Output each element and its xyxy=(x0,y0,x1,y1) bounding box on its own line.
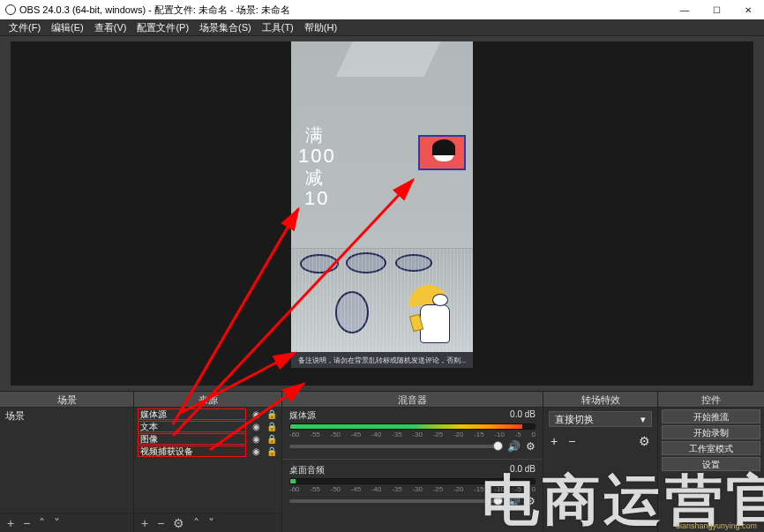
menu-help[interactable]: 帮助(H) xyxy=(301,21,341,34)
preview-canvas[interactable]: 满 100 减 10 xyxy=(11,41,753,386)
scenes-panel: 场景 场景 + − ˄ ˅ xyxy=(0,392,134,532)
source-label: 媒体源 xyxy=(138,408,246,420)
studio-mode-button[interactable]: 工作室模式 xyxy=(662,441,760,455)
transition-select[interactable]: 直接切换 ▾ xyxy=(549,411,652,427)
menubar: 文件(F) 编辑(E) 查看(V) 配置文件(P) 场景集合(S) 工具(T) … xyxy=(0,19,764,35)
preview-workspace: 满 100 减 10 xyxy=(0,35,764,391)
transition-selected: 直接切换 xyxy=(555,413,594,426)
image-source-overlay xyxy=(418,135,466,170)
scene-remove-button[interactable]: − xyxy=(23,516,30,530)
audio-meter xyxy=(289,423,536,430)
mixer-ticks: -60-55-50-45-40-35-30-25-20-15-10-50 xyxy=(289,431,536,438)
scene-down-button[interactable]: ˅ xyxy=(54,516,60,530)
sources-header: 来源 xyxy=(134,392,281,408)
text-source-overlay: 满 100 减 10 xyxy=(298,124,336,209)
gear-icon[interactable]: ⚙ xyxy=(526,440,536,453)
source-add-button[interactable]: + xyxy=(141,516,148,530)
source-label: 文本 xyxy=(138,421,246,432)
maximize-button[interactable]: ☐ xyxy=(700,0,732,19)
source-settings-button[interactable]: ⚙ xyxy=(173,516,184,530)
mixer-item-media: 媒体源 0.0 dB -60-55-50-45-40-35-30-25-20-1… xyxy=(282,408,543,456)
source-remove-button[interactable]: − xyxy=(157,516,164,530)
volume-slider[interactable] xyxy=(289,499,502,503)
preview-content: 满 100 减 10 xyxy=(291,41,473,368)
source-up-button[interactable]: ˄ xyxy=(193,516,199,530)
mixer-source-name: 媒体源 xyxy=(289,409,316,422)
app-icon xyxy=(5,4,16,15)
menu-scenes[interactable]: 场景集合(S) xyxy=(196,21,255,34)
speaker-icon[interactable]: 🔊 xyxy=(507,440,521,453)
source-row-media[interactable]: 媒体源 ◉ 🔒 xyxy=(134,408,281,420)
scene-item[interactable]: 场景 xyxy=(0,408,133,424)
transition-add-button[interactable]: + xyxy=(551,434,558,448)
lock-toggle-icon[interactable]: 🔒 xyxy=(266,409,278,419)
chevron-down-icon: ▾ xyxy=(640,414,646,425)
minimize-button[interactable]: — xyxy=(669,0,700,19)
media-source-overlay xyxy=(291,248,473,352)
transition-remove-button[interactable]: − xyxy=(568,434,575,448)
watermark-url: dianshangyunying.com xyxy=(676,521,757,530)
menu-tools[interactable]: 工具(T) xyxy=(258,21,297,34)
start-recording-button[interactable]: 开始录制 xyxy=(662,425,760,439)
source-down-button[interactable]: ˅ xyxy=(208,516,214,530)
menu-profile[interactable]: 配置文件(P) xyxy=(133,21,192,34)
source-label: 图像 xyxy=(138,433,246,445)
transition-settings-button[interactable]: ⚙ xyxy=(639,434,650,448)
volume-slider[interactable] xyxy=(289,445,502,448)
lock-toggle-icon[interactable]: 🔒 xyxy=(266,446,278,456)
visibility-toggle-icon[interactable]: ◉ xyxy=(250,446,262,456)
visibility-toggle-icon[interactable]: ◉ xyxy=(250,422,262,431)
controls-header: 控件 xyxy=(658,392,764,408)
source-row-text[interactable]: 文本 ◉ 🔒 xyxy=(134,420,281,432)
source-row-image[interactable]: 图像 ◉ 🔒 xyxy=(134,432,281,445)
scenes-header: 场景 xyxy=(0,392,133,408)
window-titlebar: OBS 24.0.3 (64-bit, windows) - 配置文件: 未命名… xyxy=(0,0,764,19)
transitions-header: 转场特效 xyxy=(543,392,657,408)
close-button[interactable]: ✕ xyxy=(732,0,764,19)
source-row-video-capture[interactable]: 视频捕获设备 ◉ 🔒 xyxy=(134,445,281,457)
source-label: 视频捕获设备 xyxy=(138,446,246,457)
preview-caption: 备注说明，请勿在背景乱转标或随机发送评论，否则... xyxy=(291,352,473,368)
lock-toggle-icon[interactable]: 🔒 xyxy=(266,434,278,444)
mixer-source-name: 桌面音频 xyxy=(289,464,325,476)
window-title: OBS 24.0.3 (64-bit, windows) - 配置文件: 未命名… xyxy=(19,4,290,17)
visibility-toggle-icon[interactable]: ◉ xyxy=(250,434,262,444)
menu-view[interactable]: 查看(V) xyxy=(91,21,131,34)
start-streaming-button[interactable]: 开始推流 xyxy=(662,409,760,423)
scene-add-button[interactable]: + xyxy=(7,516,14,530)
mixer-db-value: 0.0 dB xyxy=(510,409,536,422)
menu-file[interactable]: 文件(F) xyxy=(5,21,44,34)
menu-edit[interactable]: 编辑(E) xyxy=(48,21,87,34)
scene-up-button[interactable]: ˄ xyxy=(39,516,45,530)
lock-toggle-icon[interactable]: 🔒 xyxy=(266,422,278,431)
mixer-header: 混音器 xyxy=(282,392,543,408)
visibility-toggle-icon[interactable]: ◉ xyxy=(250,409,262,419)
sources-panel: 来源 媒体源 ◉ 🔒 文本 ◉ 🔒 图像 ◉ 🔒 视频 xyxy=(134,392,282,532)
